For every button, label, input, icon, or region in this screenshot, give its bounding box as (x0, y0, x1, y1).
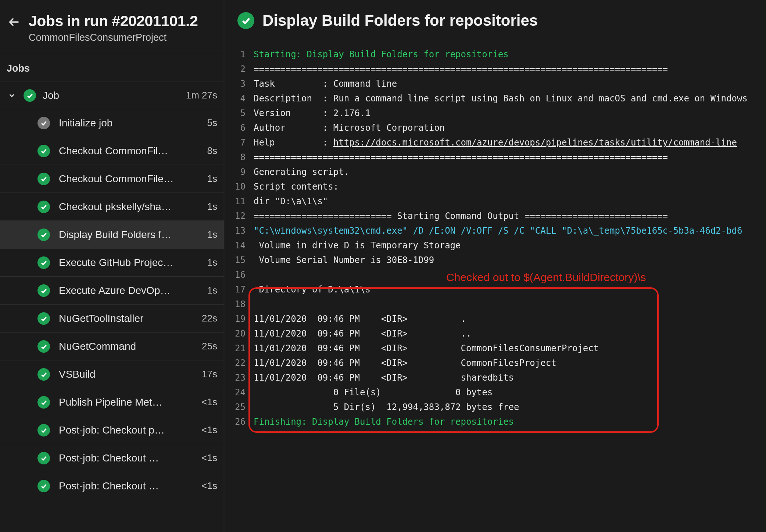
step-duration: 5s (202, 117, 217, 129)
step-row[interactable]: NuGetToolInstaller22s (0, 305, 224, 332)
log-line-number: 20 (228, 326, 254, 341)
log-line-number: 15 (228, 253, 254, 267)
step-duration: <1s (196, 424, 217, 436)
check-circle-icon (37, 312, 50, 325)
log-line-number: 23 (228, 370, 254, 385)
help-link[interactable]: https://docs.microsoft.com/azure/devops/… (333, 137, 737, 148)
step-row[interactable]: Checkout pkskelly/sha…1s (0, 193, 224, 221)
back-button[interactable] (7, 15, 21, 29)
arrow-left-icon (8, 16, 20, 28)
log-output[interactable]: 1Starting: Display Build Folders for rep… (224, 47, 766, 429)
check-circle-icon (37, 480, 50, 492)
step-label: Post-job: Checkout … (59, 480, 187, 492)
step-label: Checkout CommonFile… (59, 173, 193, 185)
log-line-content: 11/01/2020 09:46 PM <DIR> CommonFilesPro… (254, 356, 766, 370)
job-row[interactable]: Job 1m 27s (0, 82, 224, 109)
log-line-number: 22 (228, 356, 254, 370)
log-line: 10Script contents: (228, 179, 766, 194)
run-title: Jobs in run #20201101.2 (29, 12, 198, 30)
log-line: 24 0 File(s) 0 bytes (228, 385, 766, 400)
job-name: Job (43, 90, 174, 101)
log-line-content: "C:\windows\system32\cmd.exe" /D /E:ON /… (254, 223, 766, 238)
step-row[interactable]: Post-job: Checkout …<1s (0, 444, 224, 472)
check-circle-icon (37, 284, 50, 297)
log-line-content: Directory of D:\a\1\s (254, 282, 766, 297)
step-row[interactable]: Post-job: Checkout …<1s (0, 472, 224, 500)
log-line-content: Version : 2.176.1 (254, 106, 766, 121)
step-label: Post-job: Checkout … (59, 452, 187, 464)
log-line-number: 9 (228, 165, 254, 179)
log-line-number: 2 (228, 62, 254, 76)
job-duration: 1m 27s (181, 90, 217, 101)
step-duration: <1s (196, 480, 217, 492)
log-line-number: 16 (228, 267, 254, 282)
log-line: 2311/01/2020 09:46 PM <DIR> sharedbits (228, 370, 766, 385)
log-line-number: 8 (228, 150, 254, 165)
step-label: Display Build Folders f… (59, 229, 193, 241)
step-row[interactable]: Display Build Folders f…1s (0, 221, 224, 249)
sidebar: Jobs in run #20201101.2 CommonFilesConsu… (0, 0, 224, 532)
log-line: 26Finishing: Display Build Folders for r… (228, 414, 766, 429)
check-circle-icon (37, 173, 50, 185)
log-line: 2011/01/2020 09:46 PM <DIR> .. (228, 326, 766, 341)
log-line: 6Author : Microsoft Corporation (228, 121, 766, 135)
step-row[interactable]: Initialize job5s (0, 109, 224, 137)
log-line: 2=======================================… (228, 62, 766, 76)
log-line-content: Finishing: Display Build Folders for rep… (254, 414, 766, 429)
log-line-content: ========================== Starting Comm… (254, 209, 766, 223)
log-line-content: Description : Run a command line script … (254, 91, 766, 106)
log-line-number: 21 (228, 341, 254, 356)
jobs-section-label: Jobs (0, 53, 224, 82)
check-circle-icon (24, 89, 36, 102)
step-row[interactable]: NuGetCommand25s (0, 332, 224, 360)
step-duration: 25s (197, 341, 217, 352)
step-duration: <1s (196, 452, 217, 464)
step-label: Publish Pipeline Met… (59, 396, 187, 408)
check-circle-icon (237, 12, 254, 29)
log-line-number: 4 (228, 91, 254, 106)
log-line-number: 17 (228, 282, 254, 297)
check-circle-icon (37, 396, 50, 409)
step-label: Checkout CommonFil… (59, 145, 193, 157)
step-duration: 22s (197, 313, 217, 324)
log-line-number: 7 (228, 135, 254, 150)
step-label: Execute GitHub Projec… (59, 257, 193, 269)
log-line-number: 1 (228, 47, 254, 62)
log-line: 9Generating script. (228, 165, 766, 179)
check-muted-icon (37, 117, 50, 129)
step-duration: 17s (197, 369, 217, 380)
log-line: 5Version : 2.176.1 (228, 106, 766, 121)
check-circle-icon (37, 145, 50, 157)
step-label: NuGetCommand (59, 341, 188, 352)
step-label: NuGetToolInstaller (59, 313, 188, 324)
step-row[interactable]: Post-job: Checkout p…<1s (0, 416, 224, 444)
log-line-content: Generating script. (254, 165, 766, 179)
step-row[interactable]: Checkout CommonFile…1s (0, 165, 224, 193)
step-row[interactable]: Execute GitHub Projec…1s (0, 249, 224, 277)
step-row[interactable]: VSBuild17s (0, 360, 224, 388)
log-line-content (254, 267, 766, 282)
chevron-down-icon[interactable] (7, 90, 17, 101)
log-line: 1911/01/2020 09:46 PM <DIR> . (228, 312, 766, 326)
task-header: Display Build Folders for repositories (224, 0, 766, 47)
log-line-content: 5 Dir(s) 12,994,383,872 bytes free (254, 400, 766, 414)
step-row[interactable]: Publish Pipeline Met…<1s (0, 388, 224, 416)
log-line-number: 12 (228, 209, 254, 223)
log-line-content: ========================================… (254, 62, 766, 76)
step-duration: 1s (202, 257, 217, 268)
check-circle-icon (37, 424, 50, 436)
log-line-number: 26 (228, 414, 254, 429)
log-line-content (254, 297, 766, 312)
task-title: Display Build Folders for repositories (262, 12, 538, 29)
main-panel: Display Build Folders for repositories 1… (224, 0, 766, 532)
log-line-number: 3 (228, 76, 254, 91)
step-duration: 1s (202, 229, 217, 240)
check-circle-icon (37, 368, 50, 381)
log-line: 12========================== Starting Co… (228, 209, 766, 223)
log-line-content: Script contents: (254, 179, 766, 194)
step-duration: 1s (202, 173, 217, 184)
log-line: 2111/01/2020 09:46 PM <DIR> CommonFilesC… (228, 341, 766, 356)
step-row[interactable]: Checkout CommonFil…8s (0, 137, 224, 165)
sidebar-header: Jobs in run #20201101.2 CommonFilesConsu… (0, 0, 224, 53)
step-row[interactable]: Execute Azure DevOp…1s (0, 277, 224, 305)
